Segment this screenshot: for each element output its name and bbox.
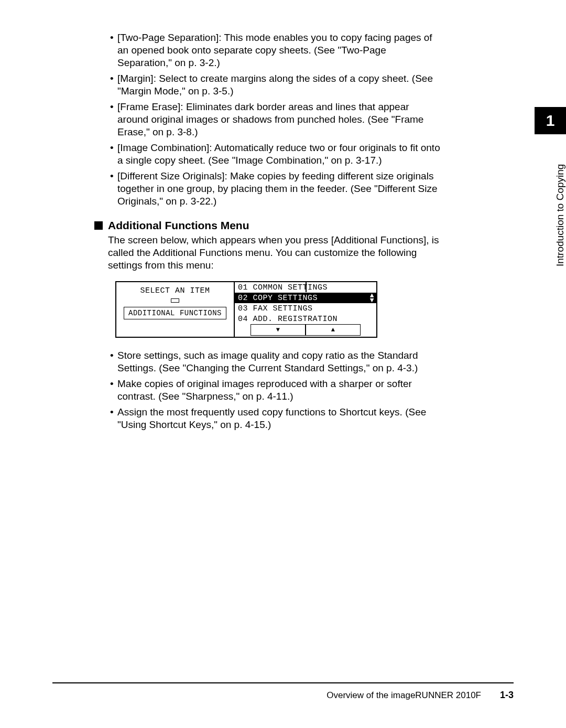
bullet-text: [Different Size Originals]: Make copies …	[117, 170, 440, 208]
lcd-screenshot: SELECT AN ITEM ADDITIONAL FUNCTIONS 01 C…	[115, 281, 377, 338]
square-marker-icon	[94, 221, 103, 230]
lcd-left-panel: SELECT AN ITEM ADDITIONAL FUNCTIONS	[116, 282, 234, 337]
lcd-down-button: ▼	[251, 325, 306, 336]
lcd-left-title: SELECT AN ITEM	[140, 286, 210, 295]
chevron-up-icon: ▲	[331, 326, 335, 334]
bullet-item: • Make copies of original images reprodu…	[110, 378, 440, 403]
bullet-text: Make copies of original images reproduce…	[117, 378, 440, 403]
bullet-item: • [Frame Erase]: Eliminates dark border …	[110, 101, 440, 138]
bullet-dot-icon: •	[110, 101, 117, 138]
chapter-title-vertical: Introduction to Copying	[535, 134, 566, 296]
bullet-dot-icon: •	[110, 72, 117, 98]
bullet-dot-icon: •	[110, 142, 117, 167]
bullet-dot-icon: •	[110, 378, 117, 403]
footer: Overview of the imageRUNNER 2010F 1-3	[326, 690, 514, 701]
lcd-bottom-bar: ▼ ▲	[251, 324, 361, 336]
lcd-row-text: 01 COMMON SETTINGS	[238, 283, 328, 292]
section-title: Additional Functions Menu	[108, 219, 249, 232]
lcd-row-text: 02 COPY SETTINGS	[238, 294, 318, 303]
bullet-text: [Two-Page Separation]: This mode enables…	[117, 31, 440, 69]
lcd-menu-row: 04 ADD. REGISTRATION	[235, 314, 376, 324]
footer-divider	[52, 682, 514, 684]
chapter-number-box: 1	[535, 107, 566, 134]
divider-icon	[306, 282, 307, 292]
updown-arrows-icon: ▲▼	[370, 293, 374, 303]
lcd-up-button: ▲	[306, 325, 361, 336]
lcd-indicator-icon	[171, 298, 179, 303]
bullet-text: Assign the most frequently used copy fun…	[117, 406, 440, 431]
bullet-item: • Assign the most frequently used copy f…	[110, 406, 440, 431]
top-bullet-list: • [Two-Page Separation]: This mode enabl…	[110, 31, 440, 208]
bullet-item: • [Image Combination]: Automatically red…	[110, 142, 440, 167]
section-intro: The screen below, which appears when you…	[108, 234, 440, 272]
bullet-item: • Store settings, such as image quality …	[110, 349, 440, 374]
lcd-menu-row-selected: 02 COPY SETTINGS ▲▼	[235, 293, 376, 303]
bullet-text: [Margin]: Select to create margins along…	[117, 72, 440, 98]
bullet-item: • [Two-Page Separation]: This mode enabl…	[110, 31, 440, 69]
section-header: Additional Functions Menu	[94, 219, 440, 232]
bullet-text: [Frame Erase]: Eliminates dark border ar…	[117, 101, 440, 138]
bullet-dot-icon: •	[110, 349, 117, 374]
bullet-text: Store settings, such as image quality an…	[117, 349, 440, 374]
bullet-text: [Image Combination]: Automatically reduc…	[117, 142, 440, 167]
lcd-row-text: 03 FAX SETTINGS	[238, 304, 313, 313]
bullet-item: • [Different Size Originals]: Make copie…	[110, 170, 440, 208]
side-tab: 1 Introduction to Copying	[535, 107, 566, 296]
bullet-dot-icon: •	[110, 406, 117, 431]
bullet-dot-icon: •	[110, 170, 117, 208]
bottom-bullet-list: • Store settings, such as image quality …	[110, 349, 440, 431]
bullet-item: • [Margin]: Select to create margins alo…	[110, 72, 440, 98]
footer-section-title: Overview of the imageRUNNER 2010F	[326, 690, 481, 701]
chevron-down-icon: ▼	[276, 326, 280, 334]
lcd-menu-row: 03 FAX SETTINGS	[235, 303, 376, 314]
lcd-left-button: ADDITIONAL FUNCTIONS	[124, 307, 226, 319]
footer-page-number: 1-3	[500, 690, 514, 701]
lcd-right-panel: 01 COMMON SETTINGS 02 COPY SETTINGS ▲▼ 0…	[234, 282, 376, 337]
bullet-dot-icon: •	[110, 31, 117, 69]
lcd-row-text: 04 ADD. REGISTRATION	[238, 315, 338, 324]
